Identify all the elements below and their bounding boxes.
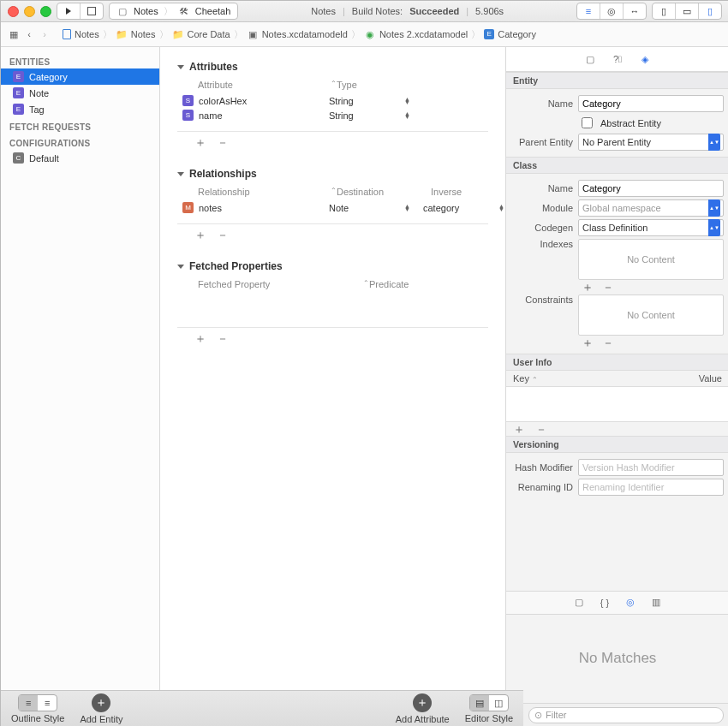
titlebar: ▢ Notes 〉 🛠 Cheetah Notes | Build Notes:… <box>1 1 728 22</box>
standard-editor-button[interactable]: ≡ <box>577 3 600 19</box>
sort-asc-icon: ⌃ <box>363 279 369 289</box>
related-items-icon[interactable]: ▦ <box>8 28 20 40</box>
userinfo-table[interactable] <box>506 387 728 422</box>
forward-button[interactable]: › <box>39 28 51 40</box>
bc-item-3[interactable]: Notes.xcdatamodeld <box>262 29 348 39</box>
data-model-inspector-icon[interactable]: ◈ <box>639 53 651 65</box>
module-select[interactable]: Global namespace ▲▼ <box>578 199 724 217</box>
fetched-section: Fetched Properties Fetched Property⌃ Pre… <box>160 260 505 343</box>
remove-button[interactable]: － <box>217 137 229 147</box>
object-library-icon[interactable]: ◎ <box>624 597 636 609</box>
attribute-row[interactable]: ScolorAsHex String▲▼ <box>160 93 505 108</box>
inverse-select[interactable]: category▲▼ <box>422 203 504 213</box>
relationship-row[interactable]: Mnotes Note▲▼ category▲▼ <box>160 200 505 215</box>
to-many-icon: M <box>182 202 194 213</box>
bc-item-1[interactable]: Notes <box>131 29 156 39</box>
code-snippet-icon[interactable]: { } <box>599 597 611 609</box>
version-editor-button[interactable]: ↔ <box>624 3 646 19</box>
list-icon: ≡ <box>38 695 57 711</box>
model-bundle-icon: ▣ <box>247 28 259 40</box>
attribute-row[interactable]: Sname String▲▼ <box>160 108 505 122</box>
activity-prefix: Build Notes: <box>352 6 403 16</box>
media-library-icon[interactable]: ▥ <box>650 597 662 609</box>
list-icon: ≡ <box>19 695 38 711</box>
attributes-header[interactable]: Attributes <box>177 61 505 73</box>
relationships-add-remove: ＋ － <box>160 229 505 240</box>
quick-help-icon[interactable]: ?⃝ <box>612 53 624 65</box>
parent-entity-select[interactable]: No Parent Entity ▲▼ <box>578 134 724 151</box>
zoom-button[interactable] <box>40 6 51 17</box>
remove-button[interactable]: － <box>535 424 547 434</box>
bc-item-2[interactable]: Core Data <box>188 29 230 39</box>
add-button[interactable]: ＋ <box>194 137 206 147</box>
entity-icon: E <box>13 71 24 82</box>
fetched-header[interactable]: Fetched Properties <box>177 260 505 272</box>
file-inspector-icon[interactable]: ▢ <box>584 53 596 65</box>
add-button[interactable]: ＋ <box>582 282 594 292</box>
minimize-button[interactable] <box>24 6 35 17</box>
codegen-select[interactable]: Class Definition ▲▼ <box>578 219 724 236</box>
toggle-right-panel[interactable]: ▯ <box>699 3 721 19</box>
outline-style-toggle[interactable]: ≡≡ Outline Style <box>11 694 64 723</box>
add-button[interactable]: ＋ <box>194 333 206 343</box>
model-version-icon: ◉ <box>364 28 376 40</box>
app-icon: ▢ <box>116 5 128 17</box>
toggle-left-panel[interactable]: ▯ <box>653 3 676 19</box>
assistant-editor-button[interactable]: ◎ <box>600 3 624 19</box>
entity-row-category[interactable]: E Category <box>1 68 159 85</box>
renaming-id-input[interactable] <box>578 479 724 496</box>
remove-button[interactable]: － <box>602 337 614 348</box>
relationships-section: Relationships Relationship⌃ Destination … <box>160 168 505 240</box>
file-template-icon[interactable]: ▢ <box>573 597 585 609</box>
remove-button[interactable]: － <box>217 333 229 343</box>
config-icon: C <box>13 152 24 164</box>
navigator-panel: ENTITIES E Category E Note E Tag FETCH R… <box>1 47 160 726</box>
entity-name-input[interactable] <box>578 95 724 112</box>
indexes-box[interactable]: No Content <box>578 239 724 280</box>
hash-modifier-input[interactable] <box>578 459 724 476</box>
toggle-bottom-panel[interactable]: ▭ <box>676 3 699 19</box>
library-tabs: ▢ { } ◎ ▥ <box>506 591 728 615</box>
bc-item-4[interactable]: Notes 2.xcdatamodel <box>379 29 468 39</box>
stop-button[interactable] <box>81 3 103 19</box>
stepper-icon: ▲▼ <box>404 112 410 119</box>
bc-item-5[interactable]: Category <box>498 29 536 39</box>
config-row-default[interactable]: C Default <box>1 150 159 166</box>
attributes-add-remove: ＋ － <box>160 137 505 147</box>
stop-icon <box>87 7 96 15</box>
panel-toggle-segment: ▯ ▭ ▯ <box>652 3 722 20</box>
type-select[interactable]: String▲▼ <box>328 96 410 106</box>
inspector-panel: ▢ ?⃝ ◈ Entity Name Abstract Entity Paren… <box>506 47 728 726</box>
add-button[interactable]: ＋ <box>194 229 206 240</box>
activity-time: 5.906s <box>475 6 504 16</box>
type-select[interactable]: String▲▼ <box>328 110 410 121</box>
entity-label: Note <box>29 88 49 98</box>
constraints-box[interactable]: No Content <box>578 295 724 336</box>
scheme-selector[interactable]: ▢ Notes 〉 🛠 Cheetah <box>109 3 238 20</box>
fetch-requests-heading: FETCH REQUESTS <box>1 117 159 134</box>
class-name-input[interactable] <box>578 180 724 197</box>
fetched-add-remove: ＋ － <box>160 333 505 343</box>
close-button[interactable] <box>8 6 19 17</box>
add-button[interactable]: ＋ <box>513 424 525 434</box>
bc-item-0[interactable]: Notes <box>75 29 99 39</box>
bottom-toolbar: ≡≡ Outline Style ＋ Add Entity ＋ Add Attr… <box>1 690 523 726</box>
run-button[interactable] <box>57 3 81 19</box>
remove-button[interactable]: － <box>602 282 614 292</box>
relationships-header[interactable]: Relationships <box>177 168 505 180</box>
add-entity-button[interactable]: ＋ Add Entity <box>80 693 122 724</box>
add-attribute-button[interactable]: ＋ Add Attribute <box>396 693 450 724</box>
stepper-icon: ▲▼ <box>404 98 410 104</box>
config-label: Default <box>29 153 59 164</box>
add-button[interactable]: ＋ <box>582 337 594 348</box>
scheme-name: Notes <box>134 6 158 16</box>
entity-row-note[interactable]: E Note <box>1 85 159 101</box>
library-filter[interactable]: ⊙ Filter <box>528 707 724 723</box>
back-button[interactable]: ‹ <box>23 28 35 40</box>
destination-select[interactable]: Note▲▼ <box>328 203 410 213</box>
entity-row-tag[interactable]: E Tag <box>1 101 159 117</box>
chevron-down-icon <box>177 65 184 69</box>
remove-button[interactable]: － <box>217 229 229 240</box>
editor-style-toggle[interactable]: ▤◫ Editor Style <box>465 694 513 723</box>
abstract-checkbox[interactable] <box>582 117 593 128</box>
